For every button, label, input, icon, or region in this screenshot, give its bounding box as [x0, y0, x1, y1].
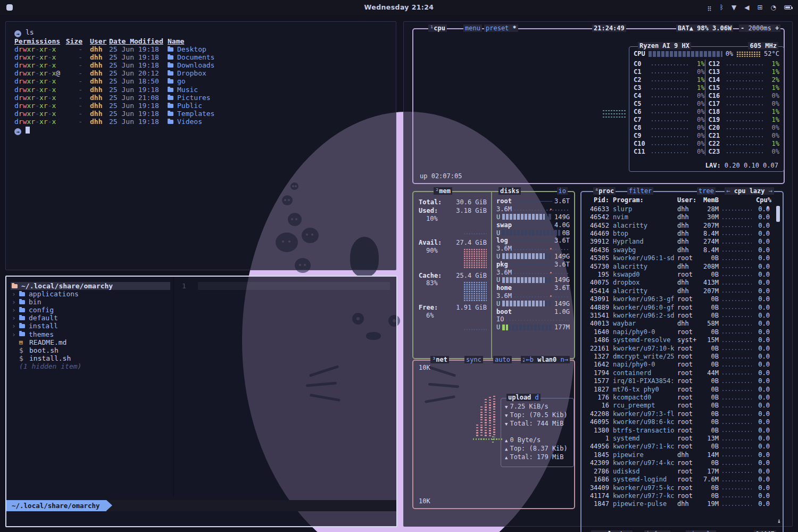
chip-icon[interactable]: ⊞: [757, 4, 762, 11]
pane-separator[interactable]: [173, 277, 174, 497]
tree-item-default[interactable]: ›default: [11, 314, 170, 322]
process-row[interactable]: 1845pipewiredhh14M0.0: [587, 451, 770, 459]
gauge-icon[interactable]: ◔: [771, 4, 776, 11]
tree-root[interactable]: ~/.local/share/omarchy: [11, 282, 170, 290]
preset-button[interactable]: preset *: [484, 24, 518, 32]
net-box-title[interactable]: upload d: [506, 394, 541, 401]
ls-date: 25 Jun 19:18: [109, 61, 164, 69]
core-usage-graph: [651, 117, 688, 122]
process-row[interactable]: 1577irq/81-PIXA3854:root0B0.0: [587, 377, 770, 385]
open-folder-icon: [12, 284, 18, 288]
core-usage-graph: [651, 149, 688, 154]
battery-icon[interactable]: [784, 5, 792, 10]
net-scale-top: 10K: [419, 364, 430, 371]
prompt-line-new: →: [14, 126, 392, 135]
process-row[interactable]: 31541kworker/u96:2-sdroot0B0.0: [587, 311, 770, 319]
net-auto-button[interactable]: auto: [493, 356, 512, 363]
process-row[interactable]: 1642napi/phy0-0root0B0.0: [587, 361, 770, 369]
process-row[interactable]: 43091kworker/u96:3-gfroot0B0.0: [587, 295, 770, 303]
process-row[interactable]: 46469btopdhh8.4M0.0: [587, 229, 770, 237]
scroll-down-icon[interactable]: ↓: [777, 517, 781, 525]
bluetooth-icon[interactable]: ᛒ: [720, 4, 724, 11]
net-panel: ³net sync auto zero ←b wlan0 n→ 10K 10K …: [412, 360, 575, 509]
cpu-core-row: C131%: [709, 68, 780, 76]
process-row[interactable]: 1486systemd-resolvesyst+15M0.0: [587, 336, 770, 344]
cpu-panel-title[interactable]: ¹cpu: [428, 24, 447, 32]
tree-item-install-sh[interactable]: $install.sh: [11, 354, 170, 362]
tree-item-readme-md[interactable]: ▤README.md: [11, 338, 170, 346]
disk-io-row: 3.6M: [496, 268, 570, 276]
process-row[interactable]: 39912Hyprlanddhh274M0.0: [587, 238, 770, 246]
update-interval-control[interactable]: - 2000ms +: [739, 24, 780, 32]
net-sync-button[interactable]: sync: [464, 356, 483, 363]
process-cpu-graph: [722, 280, 752, 285]
process-row[interactable]: 1794containerdroot44M0.0: [587, 369, 770, 377]
disk-used-meter: [502, 253, 552, 259]
proc-scrollbar[interactable]: [776, 206, 780, 222]
ls-date: 25 Jun 19:18: [109, 110, 164, 118]
process-row[interactable]: 1systemdroot13M0.0: [587, 434, 770, 442]
process-row[interactable]: 16rcu_preemptroot0B0.0: [587, 402, 770, 410]
process-row[interactable]: 46452alacrittydhh207M0.0: [587, 221, 770, 229]
menubar: Wednesday 21:24 ⣶ᛒ▼◀⊞◔: [0, 0, 798, 15]
disks-panel-title[interactable]: disks: [498, 187, 521, 195]
process-row[interactable]: 46633slurpdhh28M0.0: [587, 205, 770, 213]
net-interface-switch[interactable]: ←b wlan0 n→: [525, 356, 570, 363]
folder-icon: [19, 300, 25, 304]
process-row[interactable]: 34409kworker/u97:5-kcroot0B0.0: [587, 484, 770, 492]
tree-item-applications[interactable]: ›applications: [11, 290, 170, 298]
process-row[interactable]: 195kswapd0root0B0.0: [587, 270, 770, 278]
net-panel-title[interactable]: ³net: [430, 356, 449, 363]
proc-panel-title[interactable]: ⁴proc: [593, 187, 616, 195]
process-row[interactable]: 44956kworker/u97:1-kcroot0B0.0: [587, 443, 770, 451]
terminal-window: →ls Permissions Size User Date Modified …: [5, 21, 396, 270]
process-row[interactable]: 40013waybardhh58M0.0: [587, 320, 770, 328]
tree-item-install[interactable]: ›install: [11, 322, 170, 330]
volume-icon[interactable]: ◀: [744, 4, 749, 11]
tree-item-bin[interactable]: ›bin: [11, 298, 170, 306]
process-row[interactable]: 40075dropboxdhh413M0.0: [587, 279, 770, 287]
ls-name: Downloads: [168, 61, 392, 69]
menu-button[interactable]: menu: [463, 24, 482, 32]
package-update-icon[interactable]: ⣶: [707, 4, 712, 11]
process-row[interactable]: 22161kworker/u97:10-kroot0B0.0: [587, 344, 770, 352]
terminal-cursor[interactable]: [26, 127, 30, 134]
disk-io-graph: [506, 317, 570, 321]
process-row[interactable]: 176kcompactd0root0B0.0: [587, 393, 770, 401]
process-row[interactable]: 1686systemd-logindroot7.6M0.0: [587, 475, 770, 483]
process-row[interactable]: 45414alacrittydhh207M0.0: [587, 287, 770, 295]
tree-item-themes[interactable]: ›themes: [11, 330, 170, 338]
process-cpu-graph: [722, 231, 752, 236]
wifi-icon[interactable]: ▼: [732, 4, 736, 11]
dropbox-folder-icon: [168, 71, 173, 76]
process-row[interactable]: 44889kworker/u96:0-gfroot0B0.0: [587, 303, 770, 311]
process-row[interactable]: 1847pipewire-pulsedhh19M0.0: [587, 500, 770, 508]
process-row[interactable]: 46542nvimdhh30M0.0: [587, 213, 770, 221]
cpu-core-row: C50%: [634, 99, 705, 107]
process-row[interactable]: 45305kworker/u96:1-sdroot0B0.0: [587, 254, 770, 262]
process-row[interactable]: 42309kworker/u97:4-kcroot0B0.0: [587, 459, 770, 467]
process-row[interactable]: 41174kworker/u97:7-kcroot0B0.0: [587, 492, 770, 500]
process-row[interactable]: 1327dmcrypt_write/25root0B0.0: [587, 352, 770, 360]
process-row[interactable]: 46436swaybgdhh8.4M0.0: [587, 246, 770, 254]
disk-used-meter: [502, 230, 560, 236]
process-row[interactable]: 45730alacrittydhh208M0.0: [587, 262, 770, 270]
statusline-powerline-arrow: [106, 500, 112, 511]
filter-button[interactable]: filter: [627, 187, 653, 195]
mem-panel: ²mem disks io Total:30.6 GiB Used:3.18 G…: [412, 191, 575, 359]
process-row[interactable]: 46095kworker/u98:6-kcroot0B0.0: [587, 418, 770, 426]
sort-selector[interactable]: ← cpu lazy →: [725, 187, 774, 195]
process-cpu-graph: [722, 288, 752, 293]
process-row[interactable]: 2786udisksdroot17M0.0: [587, 467, 770, 475]
process-row[interactable]: 1827mt76-tx phy0root0B0.0: [587, 385, 770, 393]
process-cpu-graph: [722, 256, 752, 261]
tree-item-boot-sh[interactable]: $boot.sh: [11, 346, 170, 354]
process-row[interactable]: 1640napi/phy0-0root0B0.0: [587, 328, 770, 336]
cpu-core-row: C221%: [709, 139, 780, 147]
tree-item-config[interactable]: ›config: [11, 306, 170, 314]
io-mode-button[interactable]: io: [557, 187, 568, 195]
download-stat: ▼7.25 KiB/s: [505, 403, 571, 411]
tree-toggle-button[interactable]: tree: [697, 187, 716, 195]
process-row[interactable]: 1380btrfs-transactioroot0B0.0: [587, 426, 770, 434]
process-row[interactable]: 42208kworker/u97:3-flroot0B0.0: [587, 410, 770, 418]
